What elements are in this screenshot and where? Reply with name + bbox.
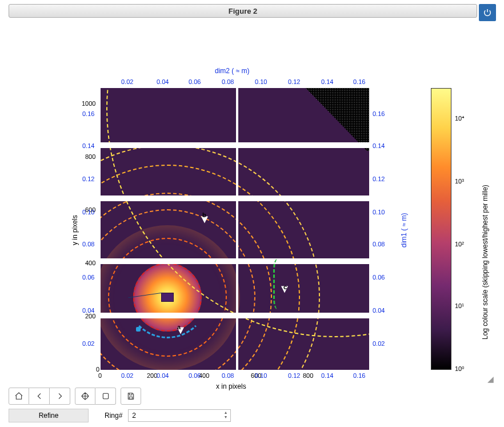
xtick-b2-5: 0.12 xyxy=(288,372,300,379)
ytick-l-2: 400 xyxy=(85,260,95,266)
ytick-r-6: 0.14 xyxy=(373,142,385,149)
pan-icon xyxy=(81,392,90,401)
arc-c xyxy=(273,258,283,310)
ytick-lb-5: 0.12 xyxy=(82,175,94,182)
xtick-b-4: 800 xyxy=(303,372,313,379)
xtick-b2-1: 0.04 xyxy=(157,372,169,379)
ytick-l-0: 0 xyxy=(93,366,99,373)
colorbar-label: Log colour scale (skipping lowest/highes… xyxy=(481,185,489,340)
panel-gap-v xyxy=(236,88,238,370)
x-axis-label-bottom: x in pixels xyxy=(216,382,246,390)
ring-number-label: Ring# xyxy=(105,412,122,420)
xtick-b2-3: 0.08 xyxy=(222,372,234,379)
marker-b-label: b xyxy=(202,211,206,218)
forward-button[interactable] xyxy=(50,388,70,405)
ring-number-input[interactable] xyxy=(128,409,231,422)
ytick-lb-6: 0.14 xyxy=(82,142,94,149)
figure-title: Figure 2 xyxy=(229,7,258,15)
xtick-b-1: 200 xyxy=(147,372,157,379)
ytick-l-5: 1000 xyxy=(82,100,95,107)
home-icon xyxy=(14,392,23,401)
ytick-r-0: 0.02 xyxy=(373,340,385,347)
ytick-r-3: 0.08 xyxy=(373,241,385,248)
xtick-t-4: 0.10 xyxy=(255,78,267,85)
pan-button[interactable] xyxy=(75,388,95,405)
ytick-lb-2: 0.06 xyxy=(82,274,94,281)
panel-gap-h2 xyxy=(101,195,369,201)
image-axes[interactable]: a b c xyxy=(101,88,369,370)
resize-grip[interactable]: ◢ xyxy=(487,374,494,381)
cbar-tick-2: 10² xyxy=(455,241,464,248)
panel-gap-h3 xyxy=(101,258,369,264)
ytick-r-2: 0.06 xyxy=(373,274,385,281)
xtick-b2-4: 0.10 xyxy=(255,372,267,379)
refine-label: Refine xyxy=(39,412,59,420)
svg-rect-0 xyxy=(103,393,108,398)
xtick-t-1: 0.04 xyxy=(157,78,169,85)
arc-a-dot xyxy=(136,327,141,332)
y-axis-label-right: dim1 ( ≈ m) xyxy=(400,213,408,248)
cbar-tick-1: 10¹ xyxy=(455,302,464,309)
figure-title-bar: Figure 2 xyxy=(9,4,477,18)
ytick-lb-1: 0.04 xyxy=(82,307,94,314)
home-button[interactable] xyxy=(9,388,29,405)
xtick-t-5: 0.12 xyxy=(288,78,300,85)
y-axis-label-left: y in pixels xyxy=(71,215,79,245)
arc-a xyxy=(126,256,209,338)
save-icon xyxy=(126,392,135,401)
bottom-controls: Refine Ring# ▴ ▾ xyxy=(9,408,231,423)
ytick-lb-4: 0.10 xyxy=(82,209,94,216)
power-icon xyxy=(483,8,492,17)
cbar-tick-4: 10⁴ xyxy=(455,115,464,122)
xtick-b2-0: 0.02 xyxy=(121,372,133,379)
plot-canvas[interactable]: a b c 0 200 400 600 800 0.02 0.04 0.06 0… xyxy=(9,22,495,383)
ytick-lb-7: 0.16 xyxy=(82,110,94,117)
xtick-t-3: 0.08 xyxy=(222,78,234,85)
mpl-toolbar xyxy=(9,388,146,405)
xtick-t-2: 0.06 xyxy=(189,78,201,85)
save-button[interactable] xyxy=(121,388,141,405)
cbar-tick-3: 10³ xyxy=(455,178,464,185)
ytick-r-1: 0.04 xyxy=(373,307,385,314)
forward-icon xyxy=(55,392,65,401)
zoom-icon xyxy=(101,392,110,401)
cbar-tick-0: 10⁰ xyxy=(455,365,464,373)
power-button[interactable] xyxy=(479,4,496,21)
marker-c-label: c xyxy=(283,284,287,290)
ytick-lb-3: 0.08 xyxy=(82,241,94,248)
xtick-t-7: 0.16 xyxy=(353,78,365,85)
ytick-r-4: 0.10 xyxy=(373,209,385,216)
back-button[interactable] xyxy=(29,388,50,405)
refine-button[interactable]: Refine xyxy=(9,409,89,422)
ytick-l-4: 800 xyxy=(85,153,95,160)
chevron-down-icon[interactable]: ▾ xyxy=(222,415,230,420)
zoom-button[interactable] xyxy=(95,388,116,405)
xtick-b2-7: 0.16 xyxy=(353,372,365,379)
xtick-t-0: 0.02 xyxy=(121,78,133,85)
marker-a-label: a xyxy=(177,324,181,330)
ring-spinner[interactable]: ▴ ▾ xyxy=(222,410,230,420)
ytick-lb-0: 0.02 xyxy=(82,340,94,347)
panel-gap-h1 xyxy=(101,142,369,148)
ytick-r-7: 0.16 xyxy=(373,110,385,117)
colorbar xyxy=(431,88,451,370)
back-icon xyxy=(35,392,44,401)
xtick-t-6: 0.14 xyxy=(321,78,333,85)
xtick-b2-2: 0.06 xyxy=(189,372,201,379)
ytick-r-5: 0.12 xyxy=(373,175,385,182)
xtick-b2-6: 0.14 xyxy=(321,372,333,379)
xtick-b-0: 0 xyxy=(98,372,102,379)
x-axis-label-top: dim2 ( ≈ m) xyxy=(215,67,250,75)
